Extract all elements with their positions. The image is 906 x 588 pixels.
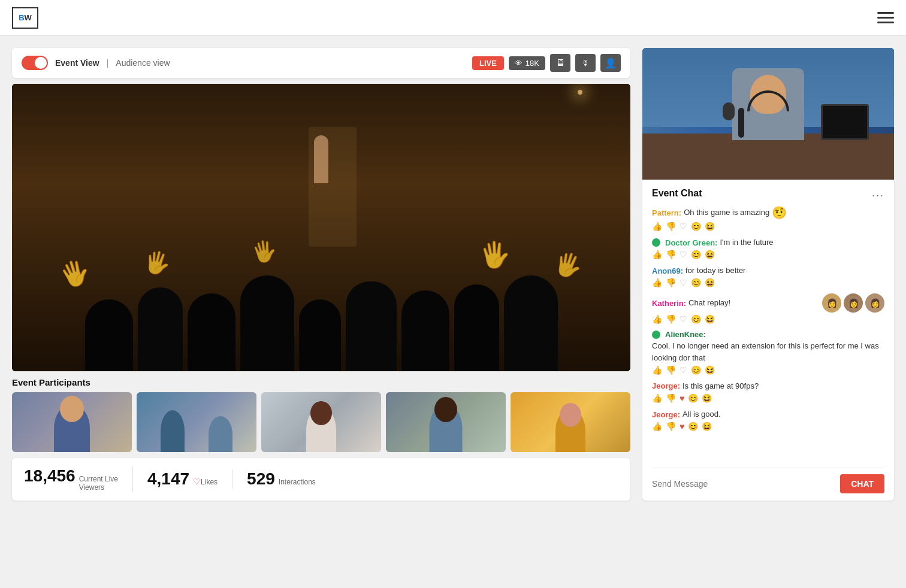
main-container: Event View | Audience view LIVE 👁 18K 🖥 … <box>0 36 906 513</box>
stat-interactions: 529 Interactions <box>247 469 330 489</box>
heart-icon-4[interactable]: ♡ <box>680 314 687 324</box>
emoji-3-icon[interactable]: 😊 <box>691 250 701 259</box>
header: BW <box>0 0 906 36</box>
thumbs-down-icon-4[interactable]: 👎 <box>666 314 676 324</box>
thumbs-up-icon-2[interactable]: 👍 <box>652 250 662 259</box>
emoji-10-icon[interactable]: 😆 <box>705 365 715 375</box>
msg-header-1: Pattern: Oh this game is amazing 🤨 <box>652 205 884 220</box>
thumbs-up-icon-3[interactable]: 👍 <box>652 278 662 287</box>
stat-likes: 4,147 ♡Likes <box>147 469 232 489</box>
heart-icon-5[interactable]: ♡ <box>680 365 687 375</box>
chat-more-button[interactable]: ... <box>872 187 884 199</box>
msg-header-3: Anon69: for today is better <box>652 265 884 276</box>
viewers-label: Current Live Viewers <box>79 475 118 492</box>
stage-light <box>578 90 582 95</box>
participants-label: Event Participants <box>12 377 630 387</box>
avatar-3: 👩 <box>865 293 884 313</box>
heart-icon-7[interactable]: ♥ <box>680 422 684 431</box>
live-badge: LIVE <box>472 56 504 70</box>
msg-header-6: Jeorge: Is this game at 90fps? <box>652 381 884 392</box>
view-controls: LIVE 👁 18K 🖥 🎙 👤 <box>472 54 621 72</box>
chat-message-2: Doctor Green: I'm in the future 👍 👎 ♡ 😊 … <box>652 237 884 259</box>
emoji-4-icon[interactable]: 😆 <box>705 250 715 259</box>
chat-header: Event Chat ... <box>652 187 884 199</box>
emoji-7-icon[interactable]: 😊 <box>691 314 701 324</box>
emoji-14-icon[interactable]: 😆 <box>702 422 712 431</box>
msg-username-1: Pattern: <box>652 208 681 217</box>
participant-thumb-1[interactable] <box>12 392 132 452</box>
msg-text-2: I'm in the future <box>720 237 773 248</box>
event-view-toggle[interactable] <box>22 56 48 70</box>
thumbs-up-icon-7[interactable]: 👍 <box>652 422 662 431</box>
chat-section: Event Chat ... Pattern: Oh this game is … <box>642 180 894 501</box>
view-toggle-bar: Event View | Audience view LIVE 👁 18K 🖥 … <box>12 48 630 78</box>
emoji-8-icon[interactable]: 😆 <box>705 314 715 324</box>
chat-input[interactable] <box>652 479 835 489</box>
heart-icon: ♡ <box>193 477 201 486</box>
chat-send-button[interactable]: CHAT <box>840 474 884 493</box>
audience-scene: 🖐 🖐 🖐 🖐 🖐 <box>12 84 630 371</box>
right-panel: Event Chat ... Pattern: Oh this game is … <box>642 48 894 501</box>
emoji-12-icon[interactable]: 😆 <box>702 393 712 403</box>
viewer-count: 👁 18K <box>509 56 545 70</box>
thumbs-down-icon-2[interactable]: 👎 <box>666 250 676 259</box>
thumbs-up-icon-6[interactable]: 👍 <box>652 393 662 403</box>
emoji-9-icon[interactable]: 😊 <box>691 365 701 375</box>
emoji-6-icon[interactable]: 😆 <box>705 278 715 287</box>
chat-messages: Pattern: Oh this game is amazing 🤨 👍 👎 ♡… <box>652 205 884 463</box>
avatar-2: 👩 <box>844 293 863 313</box>
thumbs-down-icon-5[interactable]: 👎 <box>666 365 676 375</box>
msg-text-1: Oh this game is amazing <box>684 207 769 218</box>
thumbs-down-icon[interactable]: 👎 <box>666 222 676 231</box>
chat-title: Event Chat <box>652 188 702 199</box>
msg-reactions-2: 👍 👎 ♡ 😊 😆 <box>652 250 884 259</box>
heart-icon-6[interactable]: ♥ <box>680 393 684 403</box>
emoji-2-icon[interactable]: 😆 <box>705 222 715 231</box>
mic-slash-icon: 🎙 <box>582 59 590 68</box>
audience-view-label[interactable]: Audience view <box>116 58 170 68</box>
person-button[interactable]: 👤 <box>600 54 621 72</box>
heart-icon-3[interactable]: ♡ <box>680 278 687 287</box>
left-panel: Event View | Audience view LIVE 👁 18K 🖥 … <box>12 48 630 501</box>
emoji-13-icon[interactable]: 😊 <box>688 422 698 431</box>
chat-input-area: CHAT <box>652 468 884 493</box>
screen-button[interactable]: 🖥 <box>550 54 570 72</box>
hamburger-menu[interactable] <box>877 12 894 23</box>
emoji-1-icon[interactable]: 😊 <box>691 222 701 231</box>
msg-username-5: AlienKnee: <box>665 330 706 339</box>
thumbs-up-icon-4[interactable]: 👍 <box>652 314 662 324</box>
msg-text-6: Is this game at 90fps? <box>682 381 759 392</box>
participant-thumb-5[interactable] <box>511 392 630 452</box>
thumbs-down-icon-3[interactable]: 👎 <box>666 278 676 287</box>
msg-reactions-7: 👍 👎 ♥ 😊 😆 <box>652 422 884 431</box>
logo: BW <box>12 7 38 29</box>
chat-message-6: Jeorge: Is this game at 90fps? 👍 👎 ♥ 😊 😆 <box>652 381 884 403</box>
msg-reactions-6: 👍 👎 ♥ 😊 😆 <box>652 393 884 403</box>
participant-thumb-4[interactable] <box>386 392 506 452</box>
heart-icon[interactable]: ♡ <box>680 222 687 231</box>
chat-message-5: AlienKnee: Cool, I no longer need an ext… <box>652 330 884 374</box>
presenter-scene <box>642 48 894 180</box>
participants-section: Event Participants <box>12 377 630 452</box>
mic-button[interactable]: 🎙 <box>575 54 596 72</box>
msg-username-4: Katherin: <box>652 299 686 308</box>
participant-thumb-2[interactable] <box>137 392 256 452</box>
person-icon: 👤 <box>605 57 617 69</box>
msg-reactions-5: 👍 👎 ♡ 😊 😆 <box>652 365 884 375</box>
emoji-11-icon[interactable]: 😊 <box>688 393 698 403</box>
msg-emoji-1: 🤨 <box>772 205 787 220</box>
emoji-5-icon[interactable]: 😊 <box>691 278 701 287</box>
msg-header-7: Jeorge: All is good. <box>652 409 884 420</box>
heart-icon-2[interactable]: ♡ <box>680 250 687 259</box>
thumbs-down-icon-7[interactable]: 👎 <box>666 422 676 431</box>
participant-thumb-3[interactable] <box>261 392 381 452</box>
thumbs-up-icon[interactable]: 👍 <box>652 222 662 231</box>
thumbs-up-icon-5[interactable]: 👍 <box>652 365 662 375</box>
chat-message-3: Anon69: for today is better 👍 👎 ♡ 😊 😆 <box>652 265 884 287</box>
thumbs-down-icon-6[interactable]: 👎 <box>666 393 676 403</box>
msg-reactions-4: 👍 👎 ♡ 😊 😆 <box>652 314 884 324</box>
msg-header-4: Katherin: Chat replay! 👩 👩 👩 <box>652 293 884 313</box>
chat-message-1: Pattern: Oh this game is amazing 🤨 👍 👎 ♡… <box>652 205 884 231</box>
msg-text-7: All is good. <box>682 409 721 420</box>
msg-text-3: for today is better <box>685 265 745 276</box>
